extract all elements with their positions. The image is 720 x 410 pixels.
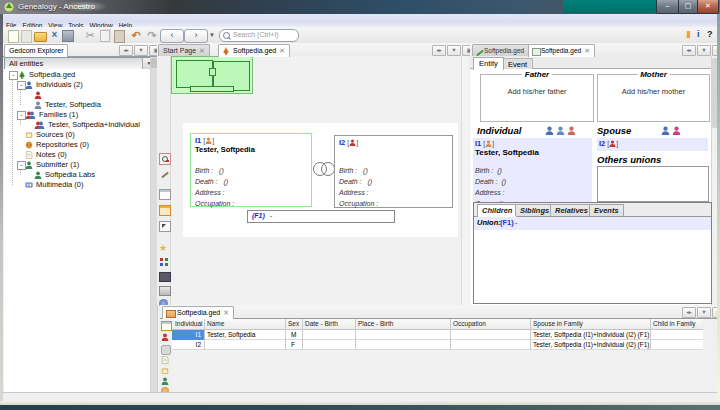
tab-relatives-label: Relatives <box>555 206 588 215</box>
notes-table-icon[interactable] <box>161 356 169 364</box>
tab-relatives[interactable]: Relatives <box>550 204 593 216</box>
individual-summary[interactable]: I1 [] Tester, Softpedia Birth : () Death… <box>473 138 592 202</box>
forward-button[interactable]: › <box>184 29 208 43</box>
mother-groupbox[interactable]: Mother Add his/her mother <box>597 74 710 122</box>
overview-tool-icon[interactable] <box>159 153 171 165</box>
tab-list-dropdown-icon[interactable]: ▼ <box>697 45 711 56</box>
add-spouse-icon[interactable] <box>661 126 670 135</box>
memory-icon[interactable]: ▮ <box>686 30 695 39</box>
col-occupation[interactable]: Occupation <box>450 319 530 329</box>
search-icon-handle <box>228 37 231 40</box>
individual-box-i1[interactable]: I1 [] Tester, Softpedia Birth : () Death… <box>190 133 312 207</box>
scroll-tabs-icon[interactable]: ◂▸ <box>432 45 446 56</box>
remove-individual-icon[interactable] <box>567 126 576 135</box>
align-tool-icon[interactable] <box>160 258 169 267</box>
background-window-glimpse <box>563 0 659 13</box>
close-tab-icon[interactable]: ✕ <box>223 307 229 319</box>
spouse-female-icon[interactable] <box>672 126 681 135</box>
copy-icon[interactable] <box>100 30 110 42</box>
cell-spouse-in-family[interactable]: Tester, Softpedia (I1)+Individual (I2) (… <box>530 340 650 350</box>
others-unions-box[interactable] <box>597 166 709 202</box>
tab-children[interactable]: Children <box>477 204 517 217</box>
close-tab-icon[interactable]: ✕ <box>279 45 285 57</box>
new-entity-icon[interactable] <box>21 30 32 43</box>
cut-icon[interactable]: ✂ <box>84 29 96 41</box>
context-help-icon[interactable]: ? <box>707 29 717 40</box>
tab-siblings[interactable]: Siblings <box>515 204 554 216</box>
application-window: Genealogy - Ancestro – ▢ ✕ FileEditionVi… <box>0 0 720 410</box>
families-table-icon[interactable] <box>161 345 171 355</box>
individuals-table[interactable]: Individual Name Sex Date - Birth Place -… <box>172 319 703 392</box>
view-window-icon[interactable] <box>159 189 171 200</box>
print-tool-icon[interactable] <box>159 286 171 296</box>
tab-gedcom-explorer[interactable]: Gedcom Explorer <box>4 44 68 57</box>
submitters-table-icon[interactable] <box>161 377 169 385</box>
family-box-f1[interactable]: (F1) - <box>247 210 395 223</box>
scroll-tabs-icon[interactable]: ◂▸ <box>119 45 133 56</box>
cell-spouse-in-family[interactable]: Tester, Softpedia (I1)+Individual (I2) (… <box>530 330 650 340</box>
tab-start-page[interactable]: Start Page✕ <box>158 44 210 56</box>
col-name[interactable]: Name <box>204 319 285 329</box>
tab-softpedia-table[interactable]: Softpedia.ged✕ <box>162 306 234 319</box>
add-individual-icon[interactable] <box>545 126 554 135</box>
close-button[interactable]: ✕ <box>697 0 719 14</box>
back-button[interactable]: ‹ <box>160 29 184 43</box>
undo-icon[interactable]: ↶ <box>130 29 142 41</box>
cell-individual[interactable]: I2 <box>172 340 204 350</box>
spouse-summary[interactable]: I2 [] <box>597 138 708 151</box>
paste-icon[interactable] <box>114 30 125 43</box>
tab-list-dropdown-icon[interactable]: ▼ <box>134 45 148 56</box>
edit-tool-icon[interactable] <box>160 171 169 180</box>
minimize-button[interactable]: – <box>656 0 679 14</box>
repositories-icon <box>25 141 33 149</box>
sources-table-icon[interactable] <box>161 367 169 375</box>
redo-icon[interactable]: ↷ <box>146 29 158 41</box>
save-icon[interactable] <box>62 30 74 42</box>
screen-tool-icon[interactable] <box>159 272 171 282</box>
pointer-tool-icon[interactable] <box>159 221 171 232</box>
f1-id: (F1) <box>252 212 265 219</box>
tab-events[interactable]: Events <box>589 204 624 216</box>
col-individual[interactable]: Individual <box>172 319 204 329</box>
table-header[interactable]: Individual Name Sex Date - Birth Place -… <box>172 319 703 330</box>
table-row-i1[interactable]: I1 Tester, Softpedia M Tester, Softpedia… <box>172 330 703 340</box>
col-child-in-family[interactable]: Child in Family <box>650 319 703 329</box>
table-grid-icon[interactable] <box>161 321 172 331</box>
tab-entity[interactable]: Entity <box>473 57 504 70</box>
cell-individual[interactable]: I1 <box>172 330 204 340</box>
cell-name[interactable]: Tester, Softpedia <box>204 330 285 340</box>
expander-icon[interactable]: - <box>9 71 18 80</box>
history-dropdown-icon[interactable]: ▼ <box>209 31 217 39</box>
father-groupbox[interactable]: Father Add his/her father <box>480 74 594 122</box>
i2-address: Address : <box>339 187 378 198</box>
bookmark-tool-icon[interactable]: ★ <box>159 243 170 253</box>
col-date-birth[interactable]: Date - Birth <box>302 319 355 329</box>
tab-softpedia-entity[interactable]: Softpedia.ged✕ <box>528 44 595 57</box>
close-tab-icon[interactable]: ✕ <box>584 45 590 57</box>
close-file-icon[interactable]: × <box>49 29 60 41</box>
table-row-i2[interactable]: I2 F Tester, Softpedia (I1)+Individual (… <box>172 340 703 350</box>
canvas-scrollbar[interactable] <box>461 56 468 305</box>
tab-list-dropdown-icon[interactable]: ▼ <box>697 307 711 318</box>
maximize-button[interactable]: ▢ <box>678 0 698 14</box>
scroll-tabs-icon[interactable]: ◂▸ <box>682 307 696 318</box>
union-row[interactable]: Union: (F1) - <box>474 217 711 230</box>
tab-softpedia-edit-label: Softpedia.ged <box>484 47 524 54</box>
col-place-birth[interactable]: Place - Birth <box>355 319 450 329</box>
tab-list-dropdown-icon[interactable]: ▼ <box>447 45 461 56</box>
search-input[interactable]: Search (Ctrl+I) <box>219 29 299 42</box>
info-icon[interactable]: i <box>697 29 706 40</box>
diagram-overview-map[interactable] <box>171 56 253 94</box>
col-sex[interactable]: Sex <box>285 319 302 329</box>
col-spouse-in-family[interactable]: Spouse in Family <box>530 319 650 329</box>
active-view-icon[interactable] <box>159 205 171 216</box>
tab-children-label: Children <box>482 206 512 215</box>
swap-individual-icon[interactable] <box>556 126 565 135</box>
tab-softpedia-ged-center[interactable]: Softpedia.ged✕ <box>218 44 290 57</box>
new-file-icon[interactable] <box>8 30 19 43</box>
individual-box-i2[interactable]: I2 [] Birth : () Death : () Address : Oc… <box>334 135 453 208</box>
open-icon[interactable] <box>34 32 47 42</box>
individual-heading: Individual <box>477 125 521 136</box>
scroll-tabs-icon[interactable]: ◂▸ <box>682 45 696 56</box>
individuals-table-icon[interactable] <box>161 333 169 341</box>
